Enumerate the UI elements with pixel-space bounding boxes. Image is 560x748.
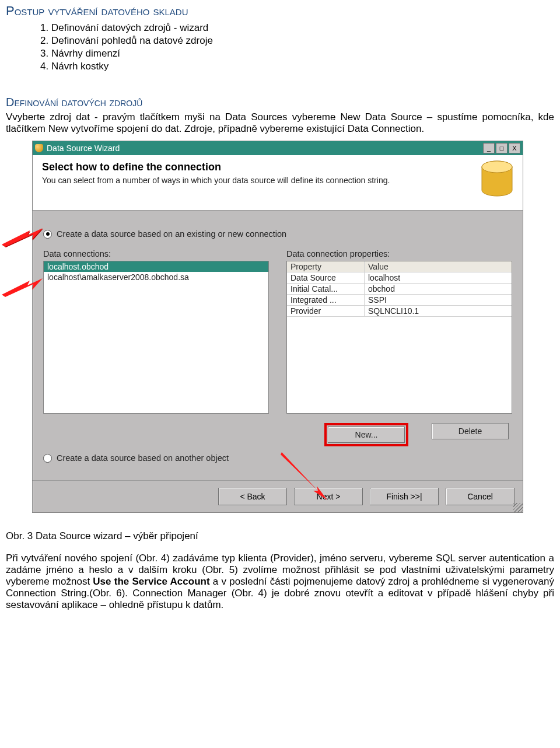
step-item: Návrh kostky xyxy=(51,61,554,72)
prop-key: Data Source xyxy=(287,272,365,284)
data-connections-list[interactable]: localhost.obchod localhost\amalkaserver2… xyxy=(43,261,269,414)
data-connection-properties-label: Data connection properties: xyxy=(286,249,512,258)
annotation-arrow-list xyxy=(2,278,43,298)
wizard-header: Select how to define the connection You … xyxy=(33,155,523,211)
radio-icon xyxy=(43,230,52,239)
col-header-property: Property xyxy=(287,261,365,272)
step-item: Definování datových zdrojů - wizard xyxy=(51,22,554,34)
svg-marker-0 xyxy=(2,228,43,247)
radio-label: Create a data source based on an existin… xyxy=(57,229,286,239)
prop-key: Provider xyxy=(287,306,365,317)
subsection-heading: Definování datových zdrojů xyxy=(6,96,554,109)
prop-key: Initial Catal... xyxy=(287,284,365,295)
radio-existing-connection[interactable]: Create a data source based on an existin… xyxy=(43,229,512,239)
resize-grip-icon[interactable] xyxy=(513,503,523,512)
window-titlebar: Data Source Wizard _ □ X xyxy=(33,141,523,155)
wizard-subheading: You can select from a number of ways in … xyxy=(42,176,464,185)
col-header-value: Value xyxy=(365,261,512,272)
wizard-heading: Select how to define the connection xyxy=(42,161,464,173)
steps-list: Definování datových zdrojů - wizard Defi… xyxy=(51,22,554,72)
cancel-button[interactable]: Cancel xyxy=(446,488,514,505)
delete-button[interactable]: Delete xyxy=(432,423,509,439)
radio-label: Create a data source based on another ob… xyxy=(57,453,229,463)
section-heading: Postup vytváření datového skladu xyxy=(6,4,554,19)
prop-val: obchod xyxy=(365,284,512,295)
annotation-arrow-radio xyxy=(2,228,43,248)
step-item: Návrhy dimenzí xyxy=(51,48,554,60)
new-button[interactable]: New... xyxy=(328,427,405,443)
close-button[interactable]: X xyxy=(509,143,520,153)
annotation-highlight-new: New... xyxy=(324,423,408,446)
svg-point-4 xyxy=(482,161,512,173)
window-title: Data Source Wizard xyxy=(47,144,120,153)
prop-val: SSPI xyxy=(365,295,512,306)
figure-caption: Obr. 3 Data Source wizard – výběr připoj… xyxy=(6,530,554,542)
step-item: Definování pohledů na datové zdroje xyxy=(51,35,554,47)
prop-val: SQLNCLI10.1 xyxy=(365,306,512,317)
list-item[interactable]: localhost.obchod xyxy=(44,261,268,272)
database-icon xyxy=(35,144,43,152)
database-cylinder-icon xyxy=(478,160,516,201)
finish-button[interactable]: Finish >>| xyxy=(370,488,439,505)
prop-key: Integrated ... xyxy=(287,295,365,306)
svg-marker-1 xyxy=(2,278,43,297)
intro-paragraph: Vvyberte zdroj dat - pravým tlačítkem my… xyxy=(6,111,554,135)
radio-icon xyxy=(43,454,52,463)
para-bold: Use the Service Account xyxy=(93,576,209,587)
maximize-button[interactable]: □ xyxy=(496,143,508,153)
prop-val: localhost xyxy=(365,272,512,284)
svg-marker-2 xyxy=(281,452,327,500)
closing-paragraph: Při vytváření nového spojení (Obr. 4) za… xyxy=(6,553,554,611)
minimize-button[interactable]: _ xyxy=(483,143,495,153)
list-item[interactable]: localhost\amalkaserver2008.obchod.sa xyxy=(44,272,268,282)
properties-grid: Property Value Data Sourcelocalhost Init… xyxy=(286,261,512,414)
data-connections-label: Data connections: xyxy=(43,249,269,258)
annotation-arrow-next xyxy=(277,450,330,502)
